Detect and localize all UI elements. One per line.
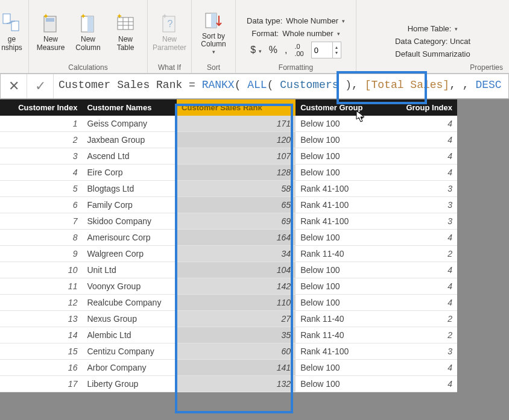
- cell-customer-group[interactable]: Rank 41-100: [296, 213, 384, 230]
- cell-customer-group[interactable]: Below 100: [296, 376, 384, 392]
- cell-customer-sales-rank[interactable]: 34: [177, 246, 296, 262]
- cell-group-index[interactable]: 2: [384, 311, 457, 327]
- column-header-customer-sales-rank[interactable]: Customer Sales Rank: [177, 99, 296, 116]
- cell-customer-sales-rank[interactable]: 104: [177, 262, 296, 278]
- cell-group-index[interactable]: 3: [384, 213, 457, 230]
- table-row[interactable]: 9Walgreen Corp34Rank 11-402: [0, 246, 457, 262]
- column-header-customer-names[interactable]: Customer Names: [82, 99, 177, 116]
- cell-customer-index[interactable]: 8: [0, 230, 82, 246]
- default-summarization-dropdown[interactable]: Default Summarizatio: [395, 49, 470, 58]
- cell-customer-name[interactable]: Blogtags Ltd: [82, 181, 177, 197]
- table-row[interactable]: 16Arbor Company141Below 1004: [0, 360, 457, 376]
- cell-customer-index[interactable]: 10: [0, 262, 82, 278]
- cell-customer-group[interactable]: Below 100: [296, 148, 384, 165]
- cell-customer-sales-rank[interactable]: 132: [177, 376, 296, 392]
- cell-customer-name[interactable]: Eire Corp: [82, 165, 177, 181]
- data-category-dropdown[interactable]: Data Category: Uncat: [395, 37, 470, 46]
- cell-customer-name[interactable]: Realcube Company: [82, 295, 177, 311]
- cell-customer-index[interactable]: 5: [0, 181, 82, 197]
- cell-customer-sales-rank[interactable]: 60: [177, 343, 296, 360]
- new-measure-button[interactable]: ✦ New Measure: [34, 13, 68, 52]
- cell-customer-index[interactable]: 16: [0, 360, 82, 376]
- cell-group-index[interactable]: 4: [384, 295, 457, 311]
- sort-by-column-button[interactable]: Sort by Column ▾: [197, 10, 230, 55]
- cell-group-index[interactable]: 4: [384, 262, 457, 278]
- cell-customer-name[interactable]: Nexus Group: [82, 311, 177, 327]
- column-header-group-index[interactable]: Group Index: [384, 99, 457, 116]
- data-grid[interactable]: Customer Index Customer Names Customer S…: [0, 99, 457, 392]
- cell-customer-index[interactable]: 14: [0, 327, 82, 343]
- cell-group-index[interactable]: 4: [384, 230, 457, 246]
- cell-group-index[interactable]: 4: [384, 132, 457, 148]
- manage-relationships-button[interactable]: ge nships: [0, 13, 29, 52]
- cell-customer-group[interactable]: Rank 11-40: [296, 327, 384, 343]
- cell-customer-group[interactable]: Below 100: [296, 360, 384, 376]
- table-row[interactable]: 14Alembic Ltd35Rank 11-402: [0, 327, 457, 343]
- cell-customer-index[interactable]: 17: [0, 376, 82, 392]
- table-row[interactable]: 5Blogtags Ltd58Rank 41-1003: [0, 181, 457, 197]
- cell-customer-name[interactable]: Voonyx Group: [82, 278, 177, 295]
- cell-customer-sales-rank[interactable]: 65: [177, 197, 296, 213]
- cell-customer-sales-rank[interactable]: 110: [177, 295, 296, 311]
- cell-group-index[interactable]: 2: [384, 327, 457, 343]
- table-row[interactable]: 2Jaxbean Group120Below 1004: [0, 132, 457, 148]
- cell-customer-name[interactable]: Skidoo Company: [82, 213, 177, 230]
- cell-customer-index[interactable]: 3: [0, 148, 82, 165]
- cell-group-index[interactable]: 2: [384, 246, 457, 262]
- cell-customer-group[interactable]: Below 100: [296, 262, 384, 278]
- cell-customer-name[interactable]: Alembic Ltd: [82, 327, 177, 343]
- cell-customer-group[interactable]: Below 100: [296, 278, 384, 295]
- cell-group-index[interactable]: 3: [384, 181, 457, 197]
- column-header-customer-index[interactable]: Customer Index: [0, 99, 82, 116]
- cell-customer-sales-rank[interactable]: 69: [177, 213, 296, 230]
- cell-group-index[interactable]: 3: [384, 343, 457, 360]
- table-row[interactable]: 7Skidoo Company69Rank 41-1003: [0, 213, 457, 230]
- new-column-button[interactable]: ✦ New Column: [71, 13, 105, 52]
- cell-customer-sales-rank[interactable]: 35: [177, 327, 296, 343]
- currency-button[interactable]: $ ▾: [250, 45, 261, 55]
- cell-customer-group[interactable]: Rank 41-100: [296, 181, 384, 197]
- table-row[interactable]: 15Centizu Company60Rank 41-1003: [0, 343, 457, 360]
- cell-group-index[interactable]: 4: [384, 278, 457, 295]
- cell-customer-group[interactable]: Below 100: [296, 116, 384, 132]
- cell-group-index[interactable]: 4: [384, 165, 457, 181]
- decimal-places-spinner[interactable]: ▴▾: [311, 42, 341, 58]
- cell-customer-group[interactable]: Rank 11-40: [296, 311, 384, 327]
- cell-customer-name[interactable]: Amerisourc Corp: [82, 230, 177, 246]
- cell-customer-sales-rank[interactable]: 58: [177, 181, 296, 197]
- table-row[interactable]: 4Eire Corp128Below 1004: [0, 165, 457, 181]
- data-type-dropdown[interactable]: Data type: Whole Number ▾: [247, 16, 345, 25]
- table-row[interactable]: 11Voonyx Group142Below 1004: [0, 278, 457, 295]
- table-row[interactable]: 17Liberty Group132Below 1004: [0, 376, 457, 392]
- cell-customer-index[interactable]: 4: [0, 165, 82, 181]
- home-table-dropdown[interactable]: Home Table: ▾: [408, 24, 458, 33]
- cell-customer-sales-rank[interactable]: 128: [177, 165, 296, 181]
- cell-customer-index[interactable]: 15: [0, 343, 82, 360]
- cell-customer-name[interactable]: Geiss Company: [82, 116, 177, 132]
- cell-customer-sales-rank[interactable]: 164: [177, 230, 296, 246]
- cell-customer-index[interactable]: 12: [0, 295, 82, 311]
- cell-customer-group[interactable]: Below 100: [296, 132, 384, 148]
- table-row[interactable]: 6Family Corp65Rank 41-1003: [0, 197, 457, 213]
- column-header-customer-group[interactable]: Customer Group: [296, 99, 384, 116]
- cell-customer-index[interactable]: 11: [0, 278, 82, 295]
- table-row[interactable]: 8Amerisourc Corp164Below 1004: [0, 230, 457, 246]
- new-table-button[interactable]: ✦ New Table: [109, 13, 142, 52]
- commit-formula-button[interactable]: ✓: [27, 74, 54, 98]
- cell-customer-group[interactable]: Below 100: [296, 165, 384, 181]
- cell-customer-name[interactable]: Arbor Company: [82, 360, 177, 376]
- cell-customer-name[interactable]: Liberty Group: [82, 376, 177, 392]
- cell-customer-index[interactable]: 2: [0, 132, 82, 148]
- cancel-formula-button[interactable]: ✕: [1, 74, 27, 98]
- decimal-places-input[interactable]: [312, 42, 332, 58]
- table-row[interactable]: 3Ascend Ltd107Below 1004: [0, 148, 457, 165]
- table-row[interactable]: 13Nexus Group27Rank 11-402: [0, 311, 457, 327]
- cell-customer-sales-rank[interactable]: 107: [177, 148, 296, 165]
- cell-customer-sales-rank[interactable]: 27: [177, 311, 296, 327]
- format-dropdown[interactable]: Format: Whole number ▾: [251, 29, 340, 38]
- cell-group-index[interactable]: 4: [384, 360, 457, 376]
- cell-customer-index[interactable]: 13: [0, 311, 82, 327]
- cell-customer-name[interactable]: Ascend Ltd: [82, 148, 177, 165]
- cell-customer-name[interactable]: Unit Ltd: [82, 262, 177, 278]
- cell-customer-group[interactable]: Below 100: [296, 230, 384, 246]
